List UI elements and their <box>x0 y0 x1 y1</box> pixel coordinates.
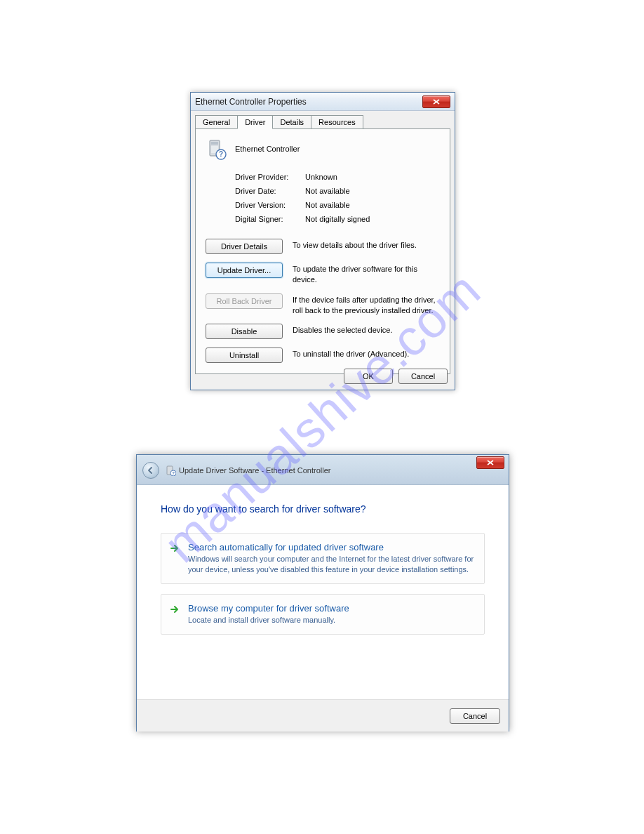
tab-resources[interactable]: Resources <box>311 115 363 129</box>
rollback-driver-desc: If the device fails after updating the d… <box>293 293 440 316</box>
update-driver-button[interactable]: Update Driver... <box>206 263 283 278</box>
update-driver-wizard: ? Update Driver Software - Ethernet Cont… <box>136 454 509 732</box>
uninstall-desc: To uninstall the driver (Advanced). <box>293 348 440 359</box>
disable-button[interactable]: Disable <box>206 324 283 339</box>
back-arrow-icon <box>147 466 155 475</box>
arrow-right-icon <box>170 543 180 553</box>
update-driver-desc: To update the driver software for this d… <box>293 263 440 285</box>
provider-value: Unknown <box>305 173 440 181</box>
cancel-button[interactable]: Cancel <box>398 369 448 384</box>
option1-title: Search automatically for updated driver … <box>188 542 474 552</box>
version-label: Driver Version: <box>235 201 305 209</box>
ok-button[interactable]: OK <box>344 369 393 384</box>
driver-info-grid: Driver Provider: Unknown Driver Date: No… <box>235 173 440 223</box>
close-icon <box>433 99 440 105</box>
tab-strip: General Driver Details Resources <box>191 111 455 129</box>
arrow-right-icon <box>170 604 180 614</box>
signer-value: Not digitally signed <box>305 215 440 223</box>
option-browse-computer[interactable]: Browse my computer for driver software L… <box>161 594 485 635</box>
provider-label: Driver Provider: <box>235 173 305 181</box>
tab-page-driver: ? Ethernet Controller Driver Provider: U… <box>195 128 450 374</box>
wizard-body: How do you want to search for driver sof… <box>137 485 509 699</box>
wizard-heading: How do you want to search for driver sof… <box>161 503 485 515</box>
rollback-driver-button: Roll Back Driver <box>206 293 283 309</box>
date-value: Not available <box>305 187 440 195</box>
device-name: Ethernet Controller <box>235 145 300 153</box>
option-search-automatically[interactable]: Search automatically for updated driver … <box>161 533 485 584</box>
wizard-titlebar: ? Update Driver Software - Ethernet Cont… <box>137 455 509 485</box>
properties-dialog: Ethernet Controller Properties General D… <box>190 92 455 390</box>
signer-label: Digital Signer: <box>235 215 305 223</box>
option2-desc: Locate and install driver software manua… <box>188 615 474 626</box>
back-button[interactable] <box>142 462 159 479</box>
driver-details-desc: To view details about the driver files. <box>293 239 440 251</box>
window-title: Ethernet Controller Properties <box>195 97 422 107</box>
tab-driver[interactable]: Driver <box>237 115 273 129</box>
uninstall-button[interactable]: Uninstall <box>206 348 283 363</box>
disable-desc: Disables the selected device. <box>293 324 440 336</box>
titlebar: Ethernet Controller Properties <box>191 93 455 111</box>
wizard-footer: Cancel <box>137 699 509 732</box>
cancel-button[interactable]: Cancel <box>450 708 500 724</box>
option2-title: Browse my computer for driver software <box>188 603 474 614</box>
tab-details[interactable]: Details <box>272 115 311 129</box>
device-header: ? Ethernet Controller <box>206 138 440 160</box>
close-icon <box>487 460 494 465</box>
svg-text:?: ? <box>172 471 175 475</box>
breadcrumb: Update Driver Software - Ethernet Contro… <box>179 466 330 475</box>
option1-desc: Windows will search your computer and th… <box>188 554 474 575</box>
svg-text:?: ? <box>219 150 223 158</box>
close-button[interactable] <box>422 95 450 108</box>
dialog-footer: OK Cancel <box>344 369 448 384</box>
tab-general[interactable]: General <box>195 115 238 129</box>
driver-details-button[interactable]: Driver Details <box>206 239 283 254</box>
version-value: Not available <box>305 201 440 209</box>
device-small-icon: ? <box>165 465 176 476</box>
device-icon: ? <box>206 138 228 160</box>
date-label: Driver Date: <box>235 187 305 195</box>
svg-rect-1 <box>211 142 218 145</box>
close-button[interactable] <box>476 456 504 469</box>
